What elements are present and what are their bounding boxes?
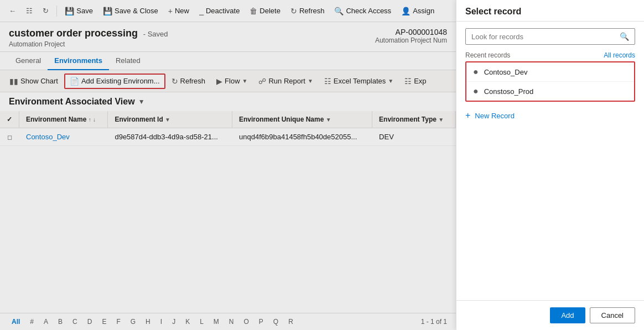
col-environment-type[interactable]: Environment Type ▼ — [372, 111, 456, 128]
record-id-section: AP-000001048 Automation Project Num — [375, 28, 447, 44]
page-m[interactable]: M — [211, 317, 222, 327]
row-env-type: DEV — [372, 128, 456, 146]
sub-refresh-button[interactable]: ↻ Refresh — [167, 74, 211, 88]
excel-icon: ☷ — [324, 77, 331, 86]
sort-up-icon: ↑ — [89, 117, 91, 123]
record-id: AP-000001048 — [375, 28, 447, 36]
search-icon: 🔍 — [614, 29, 635, 44]
assign-button[interactable]: 👤 Assign — [397, 4, 439, 18]
col-type-dropdown: ▼ — [438, 117, 444, 123]
check-access-button[interactable]: 🔍 Check Access — [330, 4, 396, 18]
page-h[interactable]: H — [143, 317, 153, 327]
show-chart-button[interactable]: ▮▮ Show Chart — [4, 74, 63, 88]
search-input[interactable] — [466, 29, 614, 44]
recent-label: Recent records — [465, 51, 510, 59]
row-env-name[interactable]: Contoso_Dev — [19, 128, 108, 146]
page-j[interactable]: J — [169, 317, 178, 327]
record-title: customer order processing — [9, 28, 138, 39]
page-hash[interactable]: # — [27, 317, 37, 327]
excel-templates-button[interactable]: ☷ Excel Templates ▼ — [319, 74, 398, 88]
page-p[interactable]: P — [256, 317, 266, 327]
record-id-label: Automation Project Num — [375, 36, 447, 44]
assign-icon: 👤 — [401, 7, 411, 15]
col-environment-name[interactable]: Environment Name ↑ ↓ — [19, 111, 108, 128]
flow-button[interactable]: ▶ Flow ▼ — [211, 74, 252, 88]
save-button[interactable]: 💾 Save — [60, 4, 97, 18]
page-q[interactable]: Q — [271, 317, 281, 327]
recent-records-header: Recent records All records — [456, 49, 644, 61]
chart-icon: ▮▮ — [9, 77, 18, 86]
row-env-unique-name: unqd4f6b9ba41458fh5b40de52055... — [232, 128, 372, 146]
page-f[interactable]: F — [113, 317, 123, 327]
separator-1 — [56, 6, 57, 17]
main-content: ← ☷ ↻ 💾 Save 💾 Save & Close + New ⎯ Deac… — [0, 0, 456, 330]
table-row: ◻ Contoso_Dev d9e587d4-ddb3-4d9a-sd58-21… — [0, 128, 456, 146]
main-toolbar: ← ☷ ↻ 💾 Save 💾 Save & Close + New ⎯ Deac… — [0, 0, 456, 22]
panel-title: Select record — [456, 0, 644, 22]
record-item-2[interactable]: ● Constoso_Prod — [466, 82, 634, 101]
save-close-button[interactable]: 💾 Save & Close — [98, 4, 163, 18]
page-o[interactable]: O — [241, 317, 252, 327]
page-e[interactable]: E — [99, 317, 109, 327]
row-checkbox[interactable]: ◻ — [0, 128, 19, 146]
row-env-id: d9e587d4-ddb3-4d9a-sd58-21... — [108, 128, 232, 146]
page-a[interactable]: A — [41, 317, 51, 327]
delete-button[interactable]: 🗑 Delete — [245, 4, 285, 18]
record-subtitle: Automation Project — [9, 40, 168, 48]
record-item-1[interactable]: ● Contoso_Dev — [466, 62, 634, 82]
cancel-button[interactable]: Cancel — [590, 307, 635, 323]
record-saved-status: - Saved — [143, 30, 168, 38]
globe-icon-2: ● — [473, 86, 479, 96]
page-i[interactable]: I — [158, 317, 165, 327]
pagination-count: 1 - 1 of 1 — [421, 318, 447, 326]
deactivate-icon: ⎯ — [199, 7, 204, 15]
page-g[interactable]: G — [128, 317, 138, 327]
record-header: customer order processing - Saved Automa… — [0, 22, 456, 52]
add-existing-button[interactable]: 📄 Add Existing Environm... — [64, 74, 165, 89]
page-n[interactable]: N — [226, 317, 237, 327]
new-record-button[interactable]: + New Record — [456, 106, 644, 125]
run-report-icon: ☍ — [258, 77, 266, 86]
tab-environments[interactable]: Environments — [48, 52, 109, 70]
back-button[interactable]: ← — [4, 3, 20, 18]
all-records-link[interactable]: All records — [604, 51, 635, 59]
search-box[interactable]: 🔍 — [465, 28, 635, 45]
flow-icon: ▶ — [216, 77, 222, 86]
select-record-panel: Select record 🔍 Recent records All recor… — [456, 0, 644, 330]
tab-general[interactable]: General — [9, 52, 48, 70]
check-access-icon: 🔍 — [334, 7, 344, 15]
page-b[interactable]: B — [55, 317, 65, 327]
page-k[interactable]: K — [183, 317, 193, 327]
page-d[interactable]: D — [85, 317, 95, 327]
run-report-button[interactable]: ☍ Run Report ▼ — [253, 74, 318, 88]
excel-dropdown-icon: ▼ — [388, 78, 393, 84]
col-id-dropdown: ▼ — [165, 117, 170, 123]
record-name-1: Contoso_Dev — [484, 68, 528, 76]
tab-related[interactable]: Related — [109, 52, 147, 70]
delete-icon: 🗑 — [250, 7, 257, 15]
deactivate-button[interactable]: ⎯ Deactivate — [195, 4, 244, 18]
col-environment-id[interactable]: Environment Id ▼ — [108, 111, 232, 128]
panel-footer: Add Cancel — [456, 300, 644, 330]
export-icon: ☷ — [404, 77, 412, 86]
export-button[interactable]: ☷ Exp — [399, 74, 431, 88]
save-close-icon: 💾 — [103, 7, 112, 15]
select-all-checkbox-header[interactable]: ✓ — [0, 111, 19, 128]
col-unique-dropdown: ▼ — [326, 117, 331, 123]
run-report-dropdown-icon: ▼ — [308, 78, 313, 84]
view-dropdown-icon[interactable]: ▼ — [138, 98, 145, 106]
page-l[interactable]: L — [197, 317, 206, 327]
record-list-container: ● Contoso_Dev ● Constoso_Prod — [465, 61, 635, 102]
nav-grid-button[interactable]: ☷ — [22, 3, 37, 18]
add-button[interactable]: Add — [550, 307, 585, 323]
new-button[interactable]: + New — [164, 4, 194, 18]
page-r[interactable]: R — [285, 317, 296, 327]
col-environment-unique-name[interactable]: Environment Unique Name ▼ — [232, 111, 372, 128]
tabs-bar: General Environments Related — [0, 52, 456, 70]
sub-refresh-icon: ↻ — [172, 77, 178, 86]
new-record-label: New Record — [475, 112, 515, 120]
nav-forward-button[interactable]: ↻ — [38, 3, 53, 18]
refresh-button[interactable]: ↻ Refresh — [286, 4, 329, 18]
page-c[interactable]: C — [70, 317, 80, 327]
page-all[interactable]: All — [9, 317, 23, 327]
